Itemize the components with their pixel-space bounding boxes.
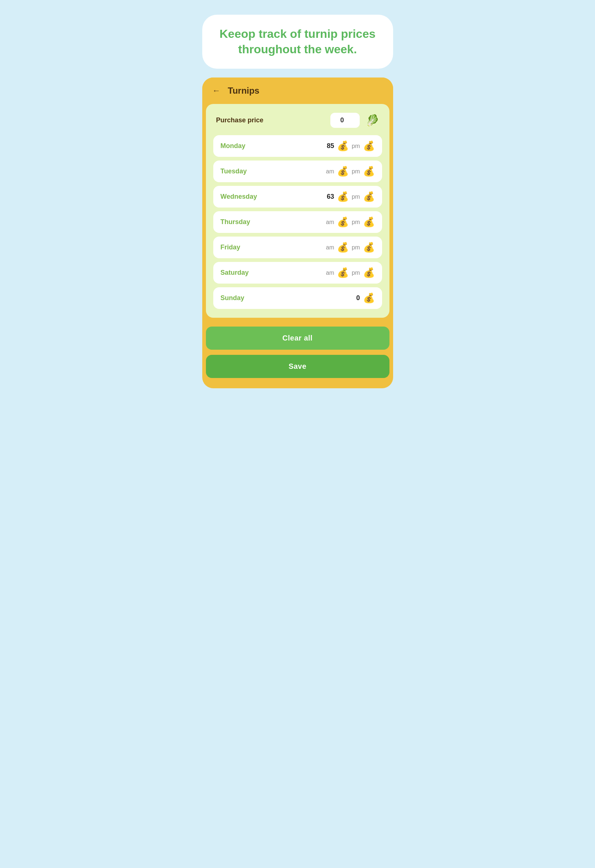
- day-name-monday: Monday: [221, 142, 261, 150]
- am-label: am: [326, 168, 334, 175]
- clear-all-button[interactable]: Clear all: [206, 326, 389, 350]
- screen-title: Turnips: [228, 86, 259, 96]
- am-coin-bag-icon[interactable]: 💰: [363, 292, 375, 304]
- back-button[interactable]: ←: [212, 86, 221, 96]
- pm-coin-bag-icon[interactable]: 💰: [363, 191, 375, 202]
- pm-coin-bag-icon[interactable]: 💰: [363, 140, 375, 152]
- day-name-sunday: Sunday: [221, 294, 261, 302]
- main-card: ← Turnips Purchase price 🥬 Monday85💰pm💰T…: [202, 78, 393, 388]
- day-name-tuesday: Tuesday: [221, 167, 261, 175]
- page-title: Keeop track of turnip prices throughout …: [217, 27, 379, 57]
- purchase-price-row: Purchase price 🥬: [213, 113, 382, 128]
- pm-label: pm: [352, 143, 360, 149]
- am-price-value: 0: [356, 294, 360, 302]
- pm-label: pm: [352, 270, 360, 276]
- purchase-price-input[interactable]: [330, 113, 360, 128]
- am-price-value: 85: [327, 142, 334, 150]
- day-name-saturday: Saturday: [221, 269, 261, 277]
- am-coin-bag-icon[interactable]: 💰: [337, 267, 349, 278]
- content-area: Purchase price 🥬 Monday85💰pm💰Tuesdayam💰p…: [206, 104, 389, 318]
- am-coin-bag-icon[interactable]: 💰: [337, 242, 349, 253]
- day-row: Monday85💰pm💰: [213, 135, 382, 157]
- day-row: Saturdayam💰pm💰: [213, 262, 382, 283]
- day-row: Wednesday63💰pm💰: [213, 186, 382, 208]
- day-name-friday: Friday: [221, 244, 261, 251]
- am-coin-bag-icon[interactable]: 💰: [337, 166, 349, 177]
- save-button[interactable]: Save: [206, 355, 389, 378]
- am-coin-bag-icon[interactable]: 💰: [337, 216, 349, 228]
- pm-coin-bag-icon[interactable]: 💰: [363, 216, 375, 228]
- am-coin-bag-icon[interactable]: 💰: [337, 191, 349, 202]
- pm-coin-bag-icon[interactable]: 💰: [363, 242, 375, 253]
- page-wrapper: Keeop track of turnip prices throughout …: [202, 15, 393, 388]
- pm-label: pm: [352, 219, 360, 226]
- pm-coin-bag-icon[interactable]: 💰: [363, 166, 375, 177]
- am-price-value: 63: [327, 193, 334, 201]
- pm-label: pm: [352, 244, 360, 251]
- day-row: Sunday0💰: [213, 287, 382, 309]
- purchase-price-label: Purchase price: [216, 117, 324, 124]
- am-label: am: [326, 270, 334, 276]
- header-bubble: Keeop track of turnip prices throughout …: [202, 15, 393, 69]
- am-label: am: [326, 219, 334, 226]
- day-row: Fridayam💰pm💰: [213, 236, 382, 258]
- turnip-icon: 🥬: [365, 114, 379, 127]
- am-label: am: [326, 244, 334, 251]
- day-name-wednesday: Wednesday: [221, 193, 261, 201]
- pm-label: pm: [352, 193, 360, 200]
- buttons-area: Clear all Save: [202, 318, 393, 378]
- day-name-thursday: Thursday: [221, 218, 261, 226]
- pm-coin-bag-icon[interactable]: 💰: [363, 267, 375, 278]
- top-bar: ← Turnips: [202, 78, 393, 104]
- day-row: Tuesdayam💰pm💰: [213, 161, 382, 182]
- day-rows-list: Monday85💰pm💰Tuesdayam💰pm💰Wednesday63💰pm💰…: [213, 135, 382, 309]
- day-row: Thursdayam💰pm💰: [213, 211, 382, 233]
- am-coin-bag-icon[interactable]: 💰: [337, 140, 349, 152]
- pm-label: pm: [352, 168, 360, 175]
